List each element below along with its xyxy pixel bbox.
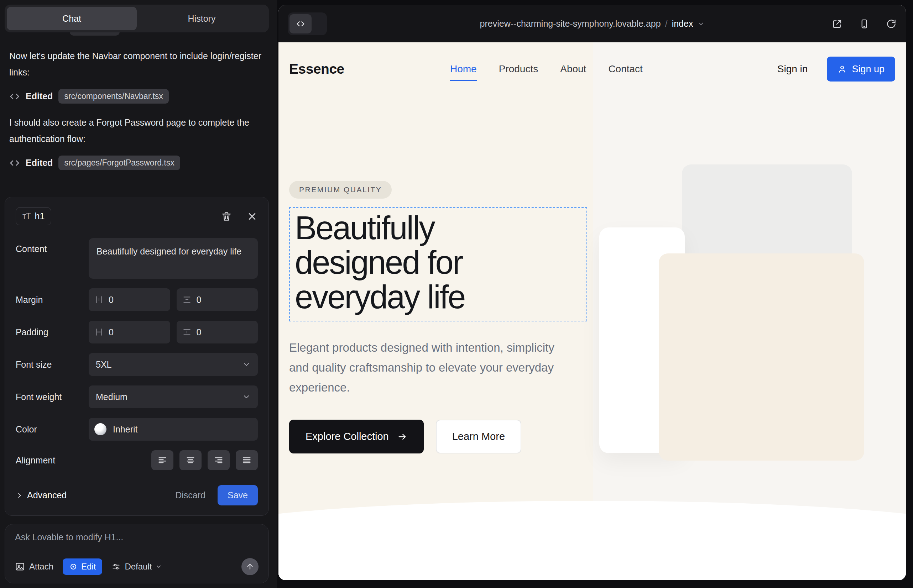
- align-left-button[interactable]: [151, 450, 173, 470]
- preview-toolbar: preview--charming-site-symphony.lovable.…: [278, 5, 906, 42]
- color-value: Inherit: [113, 424, 138, 435]
- sliders-icon: [112, 562, 121, 571]
- close-icon[interactable]: [246, 211, 258, 222]
- cta-secondary-label: Learn More: [452, 431, 505, 443]
- image-icon: [15, 562, 25, 572]
- hero-heading-line: Beautifully: [295, 211, 581, 245]
- margin-x-value: 0: [108, 295, 113, 305]
- margin-x-input[interactable]: 0: [89, 288, 170, 311]
- open-external-icon[interactable]: [832, 18, 842, 29]
- color-picker[interactable]: Inherit: [89, 418, 258, 441]
- padding-x-input[interactable]: 0: [89, 321, 170, 344]
- tab-history[interactable]: History: [137, 7, 267, 30]
- padding-label: Padding: [16, 327, 89, 338]
- code-icon: [9, 91, 20, 102]
- tab-chat[interactable]: Chat: [7, 7, 137, 30]
- sign-up-button[interactable]: Sign up: [827, 57, 895, 81]
- chat-composer: Attach Edit Default: [5, 524, 269, 583]
- element-inspector: тT h1 Content Beautifully designed for e…: [5, 197, 269, 516]
- nav-link-home[interactable]: Home: [450, 63, 477, 81]
- font-weight-select[interactable]: Medium: [89, 386, 258, 408]
- preview-window: preview--charming-site-symphony.lovable.…: [278, 5, 906, 580]
- discard-button[interactable]: Discard: [175, 490, 206, 501]
- url-page: index: [672, 18, 693, 29]
- url-host: preview--charming-site-symphony.lovable.…: [480, 18, 661, 29]
- learn-more-button[interactable]: Learn More: [436, 420, 521, 454]
- nav-link-about[interactable]: About: [560, 63, 586, 75]
- font-weight-row: Font weight Medium: [16, 386, 258, 408]
- nav-link-contact[interactable]: Contact: [608, 63, 643, 75]
- code-brackets-icon: [296, 19, 306, 29]
- nav-links: Home Products About Contact: [450, 63, 643, 75]
- edited-label: Edited: [26, 158, 53, 168]
- font-weight-value: Medium: [96, 392, 128, 402]
- selected-element-outline[interactable]: Beautifully designed for everyday life: [289, 207, 587, 321]
- align-center-button[interactable]: [180, 450, 202, 470]
- premium-quality-badge: PREMIUM QUALITY: [289, 181, 392, 199]
- align-justify-button[interactable]: [236, 450, 258, 470]
- default-mode-button[interactable]: Default: [112, 562, 162, 572]
- edited-file-row[interactable]: Edited src/components/Navbar.tsx: [9, 89, 264, 103]
- send-button[interactable]: [241, 558, 259, 575]
- user-icon: [837, 65, 847, 74]
- content-row: Content Beautifully designed for everyda…: [16, 238, 258, 279]
- chevron-down-icon: [242, 393, 251, 401]
- color-row: Color Inherit: [16, 418, 258, 441]
- margin-vertical-icon: [182, 295, 191, 304]
- font-size-select[interactable]: 5XL: [89, 353, 258, 376]
- composer-input[interactable]: [15, 532, 259, 546]
- edit-label: Edit: [81, 562, 96, 572]
- chat-message: I should also create a Forgot Password p…: [9, 114, 264, 147]
- padding-horizontal-icon: [94, 328, 104, 337]
- margin-label: Margin: [16, 295, 89, 305]
- padding-row: Padding 0 0: [16, 321, 258, 344]
- element-tag-pill[interactable]: тT h1: [16, 207, 51, 225]
- chevron-down-icon: [155, 564, 162, 570]
- nav-auth: Sign in Sign up: [777, 57, 895, 81]
- sign-up-label: Sign up: [852, 64, 884, 75]
- site-logo[interactable]: Essence: [289, 61, 344, 77]
- attach-button[interactable]: Attach: [15, 562, 53, 572]
- hero-content: PREMIUM QUALITY Beautifully designed for…: [289, 181, 596, 454]
- advanced-expander[interactable]: Advanced: [16, 490, 66, 501]
- save-button[interactable]: Save: [218, 485, 258, 506]
- nav-link-products[interactable]: Products: [499, 63, 538, 75]
- chat-messages: Now let's update the Navbar component to…: [9, 48, 264, 181]
- margin-y-value: 0: [197, 295, 202, 305]
- hero-bottom-curve: [278, 501, 906, 580]
- refresh-icon[interactable]: [886, 18, 897, 29]
- font-weight-label: Font weight: [16, 392, 89, 402]
- advanced-label: Advanced: [27, 490, 66, 501]
- padding-x-value: 0: [108, 327, 113, 338]
- site-canvas: Essence Home Products About Contact Sign…: [278, 42, 906, 580]
- chevron-down-icon: [697, 20, 704, 27]
- file-badge[interactable]: src/pages/ForgotPassword.tsx: [58, 155, 180, 170]
- chat-message: Now let's update the Navbar component to…: [9, 48, 264, 81]
- composer-toolbar: Attach Edit Default: [15, 558, 259, 575]
- sign-in-link[interactable]: Sign in: [777, 63, 808, 75]
- hero-cta-row: Explore Collection Learn More: [289, 420, 596, 454]
- edited-file-row[interactable]: Edited src/pages/ForgotPassword.tsx: [9, 155, 264, 170]
- margin-y-input[interactable]: 0: [176, 288, 258, 311]
- preview-actions: [832, 18, 897, 29]
- hero-heading[interactable]: Beautifully designed for everyday life: [295, 211, 581, 314]
- font-size-value: 5XL: [96, 360, 112, 370]
- align-right-button[interactable]: [207, 450, 230, 470]
- site-navbar: Essence Home Products About Contact Sign…: [278, 42, 906, 96]
- font-size-row: Font size 5XL: [16, 353, 258, 376]
- attach-label: Attach: [29, 562, 53, 572]
- hero-heading-line: designed for: [295, 245, 581, 280]
- explore-collection-button[interactable]: Explore Collection: [289, 420, 424, 454]
- preview-url-bar[interactable]: preview--charming-site-symphony.lovable.…: [480, 18, 705, 29]
- code-view-toggle-button[interactable]: [290, 14, 312, 34]
- content-input[interactable]: Beautifully designed for everyday life: [89, 238, 258, 279]
- chevron-right-icon: [16, 491, 24, 499]
- mobile-view-icon[interactable]: [859, 18, 869, 29]
- edit-mode-button[interactable]: Edit: [63, 559, 102, 575]
- file-badge[interactable]: src/components/Navbar.tsx: [58, 89, 168, 103]
- padding-y-input[interactable]: 0: [176, 321, 258, 344]
- alignment-row: Alignment: [16, 450, 258, 470]
- trash-icon[interactable]: [221, 211, 232, 222]
- cta-primary-label: Explore Collection: [306, 431, 389, 443]
- edited-label: Edited: [26, 91, 53, 102]
